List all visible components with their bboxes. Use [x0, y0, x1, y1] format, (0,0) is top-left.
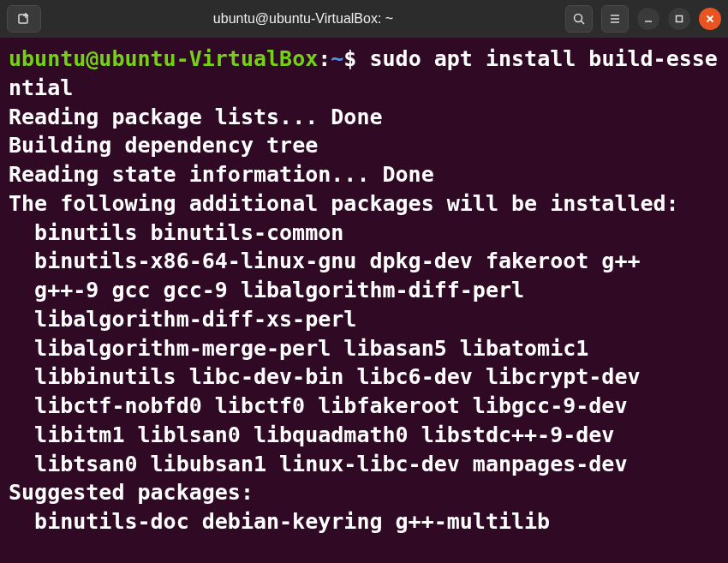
maximize-icon: [674, 14, 684, 24]
package-list-line: libctf-nobfd0 libctf0 libfakeroot libgcc…: [9, 392, 719, 421]
prompt-user-host: ubuntu@ubuntu-VirtualBox: [9, 46, 318, 71]
package-list-line: g++-9 gcc gcc-9 libalgorithm-diff-perl: [9, 276, 719, 305]
suggested-line: binutils-doc debian-keyring g++-multilib: [9, 507, 719, 536]
svg-line-4: [582, 21, 585, 25]
titlebar-right: [565, 5, 721, 33]
package-list-line: libalgorithm-merge-perl libasan5 libatom…: [9, 334, 719, 363]
package-list-line: libbinutils libc-dev-bin libc6-dev libcr…: [9, 362, 719, 392]
hamburger-icon: [608, 12, 622, 26]
output-line: Reading package lists... Done: [9, 105, 383, 129]
titlebar: ubuntu@ubuntu-VirtualBox: ~: [0, 0, 728, 38]
close-button[interactable]: [699, 8, 721, 30]
package-list-line: libitm1 liblsan0 libquadmath0 libstdc++-…: [9, 421, 719, 450]
search-button[interactable]: [565, 5, 593, 33]
maximize-button[interactable]: [668, 8, 690, 30]
package-list-line: libtsan0 libubsan1 linux-libc-dev manpag…: [9, 450, 719, 479]
new-tab-icon: [16, 11, 32, 27]
prompt-path: ~: [331, 46, 343, 71]
menu-button[interactable]: [601, 5, 629, 33]
suggested-header: Suggested packages:: [9, 480, 254, 505]
terminal-area[interactable]: ubuntu@ubuntu-VirtualBox:~$ sudo apt ins…: [0, 38, 728, 543]
svg-point-3: [575, 15, 582, 22]
minimize-button[interactable]: [637, 8, 659, 30]
output-line: The following additional packages will b…: [9, 191, 679, 216]
svg-rect-9: [677, 16, 683, 22]
package-list-line: binutils binutils-common: [9, 219, 719, 248]
package-list-line: libalgorithm-diff-xs-perl: [9, 305, 719, 334]
window-title: ubuntu@ubuntu-VirtualBox: ~: [48, 11, 558, 27]
package-list-line: binutils-x86-64-linux-gnu dpkg-dev faker…: [9, 247, 719, 276]
search-icon: [572, 12, 586, 26]
output-line: Building dependency tree: [9, 133, 318, 158]
minimize-icon: [643, 14, 653, 24]
titlebar-left: [7, 5, 41, 33]
output-line: Reading state information... Done: [9, 162, 434, 187]
new-tab-button[interactable]: [7, 5, 41, 33]
close-icon: [705, 14, 715, 24]
prompt-separator: :: [318, 46, 331, 71]
prompt-symbol: $: [343, 46, 356, 71]
